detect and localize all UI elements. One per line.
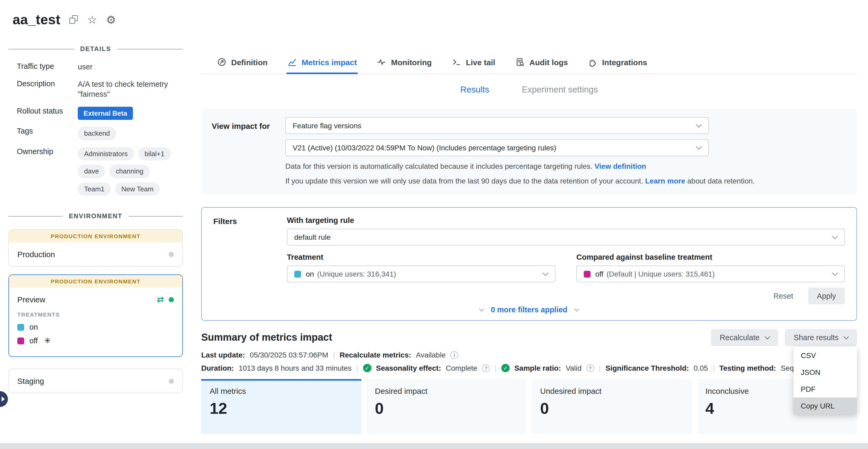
traffic-type-field: Traffic type user [8, 62, 183, 72]
tab-monitoring[interactable]: Monitoring [377, 51, 432, 73]
description-field: Description A/A test to check telemetry … [8, 79, 183, 100]
metric-card-desired-impact[interactable]: Desired impact 0 [367, 379, 526, 434]
metric-summary-cards: All metrics 12 Desired impact 0 Undesire… [201, 379, 857, 434]
info-icon[interactable]: i [450, 351, 458, 359]
view-definition-link[interactable]: View definition [594, 162, 646, 170]
environment-row[interactable]: Production [9, 243, 182, 266]
details-header-label: DETAILS [80, 45, 111, 53]
star-icon[interactable]: ☆ [87, 14, 97, 25]
rollout-status-label: Rollout status [17, 107, 78, 120]
rollout-status-badge[interactable]: External Beta [78, 107, 133, 120]
tag-pill[interactable]: backend [78, 127, 116, 140]
treatment-row: on [17, 323, 174, 331]
copy-icon[interactable] [69, 15, 78, 24]
subtab-bar: Results Experiment settings [201, 85, 857, 97]
share-menu-item-pdf[interactable]: PDF [794, 381, 857, 397]
chevron-down-icon [843, 334, 849, 339]
baseline-column: Compared against baseline treatment off … [577, 253, 845, 282]
testing-method-label: Testing method: [719, 364, 776, 372]
seasonality-label: Seasonality effect: [376, 364, 441, 372]
version-select[interactable]: V21 (Active) (10/03/2022 04:59PM To Now)… [285, 139, 709, 156]
view-impact-label: View impact for [212, 117, 271, 186]
tab-label: Definition [231, 58, 268, 66]
reset-button[interactable]: Reset [773, 292, 794, 300]
rollout-status-field: Rollout status External Beta [8, 107, 183, 120]
tab-integrations[interactable]: Integrations [588, 51, 647, 73]
metric-card-label: Desired impact [375, 386, 518, 395]
treatment-color-swatch [17, 324, 24, 331]
version-type-value: Feature flag versions [293, 121, 361, 130]
share-menu-item-json[interactable]: JSON [794, 364, 857, 381]
metric-card-value: 0 [375, 399, 518, 417]
treatment-select[interactable]: on (Unique users: 316,341) [287, 266, 555, 282]
owner-pill[interactable]: dave [78, 165, 105, 178]
baseline-select[interactable]: off (Default | Unique users: 315,461) [577, 266, 845, 282]
tags-list: backend [78, 127, 180, 140]
environment-card-production[interactable]: PRODUCTION ENVIRONMENT Production [8, 230, 183, 267]
summary-header: Summary of metrics impact Recalculate Sh… [201, 329, 857, 346]
question-icon[interactable]: ? [482, 364, 490, 372]
metric-card-undesired-impact[interactable]: Undesired impact 0 [532, 379, 692, 434]
chevron-down-icon [574, 306, 579, 311]
treatment-row: off ✳ [17, 336, 174, 346]
environment-section-header: ENVIRONMENT [8, 213, 183, 220]
more-filters-label: 0 more filters applied [491, 305, 567, 314]
environment-card-preview[interactable]: PRODUCTION ENVIRONMENT Preview ⇄ TREATME… [8, 275, 183, 357]
tab-audit-logs[interactable]: Audit logs [515, 51, 568, 73]
subtab-results[interactable]: Results [460, 85, 489, 97]
seasonality-value: Complete [446, 364, 477, 372]
tags-label: Tags [17, 127, 78, 140]
metric-card-label: All metrics [210, 386, 353, 395]
horizontal-scrollbar[interactable] [0, 443, 868, 449]
environment-row[interactable]: Preview ⇄ [9, 288, 182, 311]
chevron-down-icon [832, 233, 838, 239]
treatment-name: on [29, 323, 38, 331]
tab-live-tail[interactable]: Live tail [452, 51, 495, 73]
recalculate-button[interactable]: Recalculate [711, 329, 778, 346]
treatment-value-name: on [306, 270, 314, 278]
owner-pill[interactable]: Administrators [78, 147, 134, 160]
share-menu-item-copy-url[interactable]: Copy URL [794, 397, 857, 414]
owner-pill[interactable]: Team1 [78, 182, 111, 196]
subtab-experiment-settings[interactable]: Experiment settings [522, 85, 598, 97]
owner-pill[interactable]: New Team [115, 182, 160, 196]
divider [8, 49, 74, 49]
divider [129, 216, 183, 217]
owner-pill[interactable]: bilal+1 [138, 147, 171, 160]
apply-button[interactable]: Apply [808, 288, 845, 304]
sidebar-collapse-handle[interactable] [0, 391, 8, 407]
baseline-value-name: off [595, 270, 603, 278]
environment-card-staging[interactable]: Staging [8, 369, 183, 393]
share-results-button[interactable]: Share results [785, 329, 857, 346]
more-filters-toggle[interactable]: 0 more filters applied [213, 305, 845, 314]
status-dot-icon [169, 297, 174, 302]
version-type-select[interactable]: Feature flag versions [285, 117, 709, 134]
version-note-2: If you update this version we will only … [285, 176, 844, 186]
tab-metrics-impact[interactable]: Metrics impact [287, 51, 357, 73]
summary-meta-line-1: Last update: 05/30/2025 03:57:06PM | Rec… [201, 351, 857, 359]
environment-name: Preview [17, 295, 157, 304]
targeting-rule-select[interactable]: default rule [287, 229, 845, 245]
divider: | [495, 364, 497, 372]
significance-label: Significance Threshold: [606, 364, 689, 372]
sidebar: DETAILS Traffic type user Description A/… [8, 45, 183, 401]
note-suffix: about data retention. [687, 176, 755, 185]
learn-more-link[interactable]: Learn more [645, 176, 685, 185]
last-update-value: 05/30/2025 03:57:06PM [250, 351, 328, 359]
environment-name: Production [17, 250, 169, 259]
environment-row[interactable]: Staging [9, 369, 182, 393]
chevron-down-icon [542, 270, 549, 276]
killed-asterisk-icon: ✳ [44, 336, 51, 346]
tab-label: Integrations [602, 58, 647, 66]
page-title: aa_test [12, 11, 60, 28]
share-menu-item-csv[interactable]: CSV [794, 347, 857, 364]
page-header: aa_test ☆ ⚙ [12, 11, 116, 28]
gear-icon[interactable]: ⚙ [106, 14, 116, 25]
question-icon[interactable]: ? [586, 364, 594, 372]
metric-card-value: 12 [210, 399, 353, 417]
tab-definition[interactable]: Definition [217, 51, 268, 73]
share-results-menu: CSV JSON PDF Copy URL [794, 347, 857, 414]
treatment-name: off [29, 337, 38, 345]
metric-card-all-metrics[interactable]: All metrics 12 [201, 379, 361, 434]
owner-pill[interactable]: channing [109, 165, 150, 178]
